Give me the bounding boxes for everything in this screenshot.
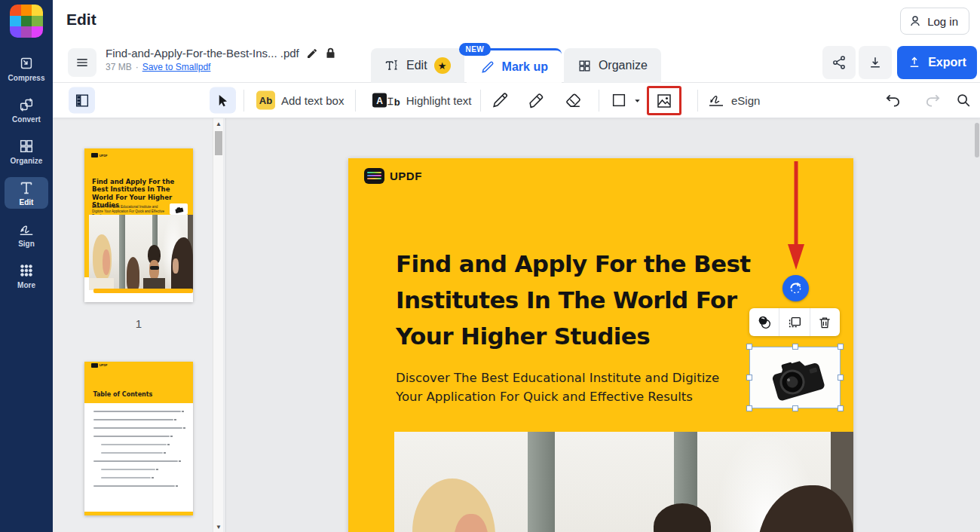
esign-label: eSign xyxy=(731,94,760,107)
rotate-handle-button[interactable] xyxy=(782,275,809,301)
toolbar-separator xyxy=(243,90,244,112)
updf-logo-mini xyxy=(91,363,98,368)
selected-inserted-image[interactable] xyxy=(749,347,841,408)
cursor-icon xyxy=(216,93,230,108)
rename-pencil-icon[interactable] xyxy=(306,47,318,60)
download-icon xyxy=(868,55,883,70)
chevron-down-icon xyxy=(633,96,642,105)
thumb2-footer-band xyxy=(84,512,193,515)
color-opacity-button[interactable] xyxy=(749,308,779,336)
duplicate-button[interactable] xyxy=(779,308,809,336)
pencil-icon xyxy=(480,60,495,75)
resize-handle-nw[interactable] xyxy=(746,344,752,350)
esign-tool[interactable]: eSign xyxy=(707,91,760,109)
hamburger-icon xyxy=(75,55,90,70)
thumb2-header-band: UPDF Table of Contents xyxy=(84,362,193,403)
main-sidebar: Compress Convert Organize Edit Sign More xyxy=(0,0,53,532)
export-button[interactable]: Export xyxy=(897,46,977,79)
sidebar-item-more[interactable]: More xyxy=(5,260,48,292)
thumb1-brand: UPDF xyxy=(91,153,108,157)
download-button[interactable] xyxy=(859,46,892,79)
sidebar-item-label: Organize xyxy=(11,157,43,165)
insert-image-tool-highlighted[interactable] xyxy=(647,86,681,115)
share-icon xyxy=(831,55,847,70)
page-thumbnail-1[interactable]: UPDF Find and Apply For the Best Institu… xyxy=(84,148,193,302)
sidebar-item-label: Edit xyxy=(20,198,34,206)
redo-button[interactable] xyxy=(924,92,942,109)
shape-tool[interactable] xyxy=(611,92,642,109)
square-shape-icon xyxy=(611,92,627,109)
resize-handle-sw[interactable] xyxy=(746,405,752,411)
scrollbar-thumb[interactable] xyxy=(215,131,222,155)
person-icon xyxy=(908,14,922,28)
sidebar-item-edit[interactable]: Edit xyxy=(5,177,48,209)
smallpdf-logo[interactable] xyxy=(10,5,43,38)
image-icon xyxy=(655,92,673,110)
tab-label: Edit xyxy=(406,59,427,72)
pdf-page-1[interactable]: UPDF Find and Apply For the Best Institu… xyxy=(348,158,853,532)
thumb1-people-photo xyxy=(89,215,193,290)
marker-tool[interactable] xyxy=(527,91,546,110)
camera-image xyxy=(750,347,840,408)
tab-organize[interactable]: Organize xyxy=(564,48,661,83)
resize-handle-se[interactable] xyxy=(838,405,844,411)
resize-handle-w[interactable] xyxy=(746,375,752,381)
page-thumbnail-2[interactable]: UPDF Table of Contents xyxy=(84,362,193,515)
delete-button[interactable] xyxy=(810,308,840,336)
highlight-label: Highlight text xyxy=(406,94,472,107)
pdf-editor-app: Compress Convert Organize Edit Sign More xyxy=(0,0,980,532)
search-icon xyxy=(955,92,972,109)
dot-separator: · xyxy=(136,62,139,72)
thumb2-heading: Table of Contents xyxy=(93,391,153,398)
thumbnail-scrollbar[interactable]: ▲ ▼ xyxy=(213,118,223,532)
resize-handle-ne[interactable] xyxy=(838,344,844,350)
resize-handle-e[interactable] xyxy=(838,375,844,381)
mode-tabs: Edit ★ NEW Mark up Organize xyxy=(371,48,663,83)
document-canvas[interactable]: UPDF Find and Apply For the Best Institu… xyxy=(226,118,980,532)
side-panel-icon xyxy=(74,92,90,109)
thumb1-camera-image xyxy=(170,203,188,215)
text-cursor-icon xyxy=(384,58,400,73)
file-menu-button[interactable] xyxy=(68,48,96,77)
more-grid-icon xyxy=(18,262,35,279)
updf-logo-icon xyxy=(364,168,384,184)
lock-icon[interactable] xyxy=(325,47,336,59)
thumbnail-panel-toggle[interactable] xyxy=(69,87,95,114)
sidebar-item-label: Convert xyxy=(12,115,41,124)
scroll-up-arrow[interactable]: ▲ xyxy=(213,118,224,129)
draw-pencil-tool[interactable] xyxy=(491,91,510,110)
toolbar-separator xyxy=(599,90,599,112)
add-text-box-tool[interactable]: Ab Add text box xyxy=(256,91,344,110)
resize-handle-n[interactable] xyxy=(792,344,798,350)
sidebar-item-compress[interactable]: Compress xyxy=(5,53,48,84)
pencil-icon xyxy=(491,91,510,110)
sidebar-item-organize[interactable]: Organize xyxy=(5,136,48,167)
share-button[interactable] xyxy=(822,46,856,79)
undo-button[interactable] xyxy=(884,92,902,109)
updf-logo-mini xyxy=(91,153,98,157)
file-size: 37 MB xyxy=(106,62,132,72)
export-label: Export xyxy=(928,56,966,69)
page-title: Edit xyxy=(66,11,96,29)
page-thumbnail-panel: UPDF Find and Apply For the Best Institu… xyxy=(53,118,226,532)
sidebar-item-sign[interactable]: Sign xyxy=(5,219,48,250)
select-tool[interactable] xyxy=(210,87,236,114)
esign-icon xyxy=(707,91,725,109)
scroll-down-arrow[interactable]: ▼ xyxy=(213,521,224,532)
toolbar-separator xyxy=(480,90,481,112)
search-button[interactable] xyxy=(955,92,972,109)
thumb1-footer-stripe xyxy=(93,289,193,293)
tab-mark-up[interactable]: NEW Mark up xyxy=(467,48,562,83)
new-badge: NEW xyxy=(459,43,492,56)
highlight-text-tool[interactable]: A⌶b Highlight text xyxy=(372,93,471,108)
resize-handle-s[interactable] xyxy=(792,405,798,411)
login-button[interactable]: Log in xyxy=(900,8,969,35)
canvas-scrollbar-thumb[interactable] xyxy=(975,123,979,157)
thumb1-title: Find and Apply For the Best Institutes I… xyxy=(92,178,179,209)
tab-edit[interactable]: Edit ★ xyxy=(371,48,464,83)
image-context-toolbar xyxy=(749,308,840,336)
eraser-tool[interactable] xyxy=(564,91,583,110)
sidebar-item-convert[interactable]: Convert xyxy=(5,94,48,126)
save-to-smallpdf-link[interactable]: Save to Smallpdf xyxy=(142,62,211,72)
add-text-icon: Ab xyxy=(256,91,275,110)
